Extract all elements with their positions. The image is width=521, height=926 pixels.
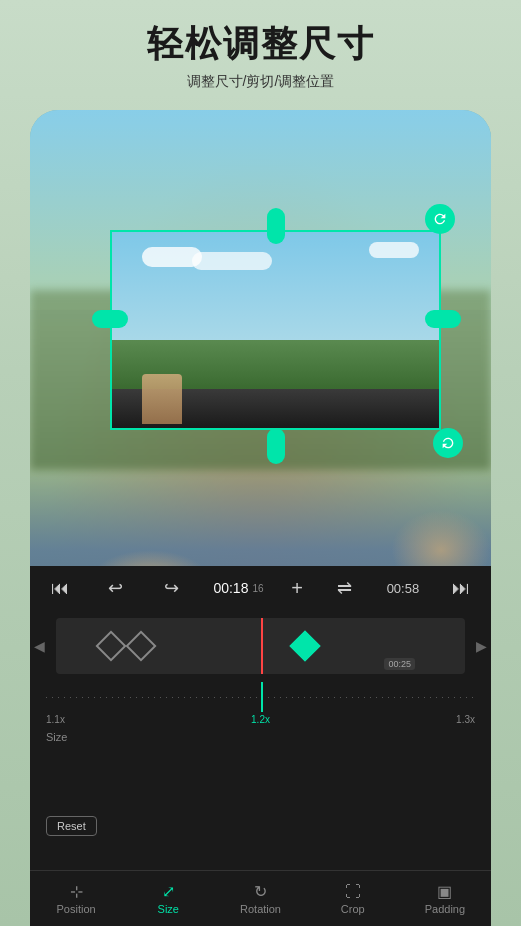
cloud2	[192, 252, 272, 270]
end-time: 00:58	[387, 581, 420, 596]
title-section: 轻松调整尺寸 调整尺寸/剪切/调整位置	[0, 20, 521, 91]
split-icon[interactable]: ⇌	[331, 577, 359, 599]
sub-title: 调整尺寸/剪切/调整位置	[0, 73, 521, 91]
top-bar: ⏮ ↩ ↪ 00:18 16 + ⇌ 00:58 ⏭	[30, 566, 491, 610]
tab-padding-label: Padding	[425, 903, 465, 915]
bottom-tabs: ⊹ Position ⤢ Size ↻ Rotation ⛶ Crop ▣ Pa…	[30, 870, 491, 926]
handle-left[interactable]	[92, 310, 128, 328]
timeline-right-arrow[interactable]: ▶	[476, 638, 487, 654]
handle-top[interactable]	[267, 208, 285, 244]
handle-right[interactable]	[425, 310, 461, 328]
controls-area: ⏮ ↩ ↪ 00:18 16 + ⇌ 00:58 ⏭ ◀ ▶	[30, 566, 491, 926]
playhead	[261, 618, 263, 674]
frame-number: 16	[252, 583, 263, 594]
reset-button[interactable]: Reset	[46, 816, 97, 836]
inner-image	[112, 232, 439, 428]
handle-bottom[interactable]	[267, 428, 285, 464]
segment-time: 00:25	[384, 658, 415, 670]
tab-position[interactable]: ⊹ Position	[30, 882, 122, 915]
rotation-icon: ↻	[254, 882, 267, 901]
size-icon: ⤢	[162, 882, 175, 901]
tab-rotation[interactable]: ↻ Rotation	[214, 882, 306, 915]
selected-frame[interactable]	[110, 230, 441, 430]
scale-bar[interactable]	[46, 682, 475, 712]
padding-icon: ▣	[437, 882, 452, 901]
inner-car	[112, 389, 439, 428]
phone-card: ⏮ ↩ ↪ 00:18 16 + ⇌ 00:58 ⏭ ◀ ▶	[30, 110, 491, 926]
scale-indicator	[261, 682, 263, 712]
redo-icon[interactable]: ↪	[158, 577, 186, 599]
tab-size-label: Size	[158, 903, 179, 915]
size-label: Size	[46, 731, 67, 743]
add-icon[interactable]: +	[291, 577, 303, 600]
person-silhouette	[142, 374, 182, 424]
tab-crop[interactable]: ⛶ Crop	[307, 883, 399, 915]
undo-icon[interactable]: ↩	[102, 577, 130, 599]
current-time: 00:18	[213, 580, 248, 596]
keyframe-1[interactable]	[95, 630, 126, 661]
scale-label-2: 1.2x	[251, 714, 270, 725]
current-time-display: 00:18 16	[213, 580, 263, 596]
tab-crop-label: Crop	[341, 903, 365, 915]
rotate-bottom-right-button[interactable]	[433, 428, 463, 458]
end-time-display: 00:58	[387, 581, 420, 596]
tab-size[interactable]: ⤢ Size	[122, 882, 214, 915]
position-icon: ⊹	[70, 882, 83, 901]
cloud3	[369, 242, 419, 258]
tab-padding[interactable]: ▣ Padding	[399, 882, 491, 915]
timeline-left-arrow[interactable]: ◀	[34, 638, 45, 654]
skip-back-icon[interactable]: ⏮	[46, 578, 74, 599]
keyframe-2[interactable]	[125, 630, 156, 661]
keyframe-active[interactable]	[289, 630, 320, 661]
controls-row: Reset Size	[30, 725, 491, 749]
timeline-track[interactable]: 00:25	[56, 618, 465, 674]
skip-forward-icon[interactable]: ⏭	[447, 578, 475, 599]
scale-label-3: 1.3x	[456, 714, 475, 725]
scale-label-1: 1.1x	[46, 714, 65, 725]
crop-icon: ⛶	[345, 883, 361, 901]
tab-position-label: Position	[57, 903, 96, 915]
rotate-top-right-button[interactable]	[425, 204, 455, 234]
tab-rotation-label: Rotation	[240, 903, 281, 915]
main-title: 轻松调整尺寸	[0, 20, 521, 69]
scale-labels-row: 1.1x 1.2x 1.3x	[30, 712, 491, 725]
timeline-container[interactable]: ◀ ▶	[34, 610, 487, 682]
inner-sky	[112, 232, 439, 340]
